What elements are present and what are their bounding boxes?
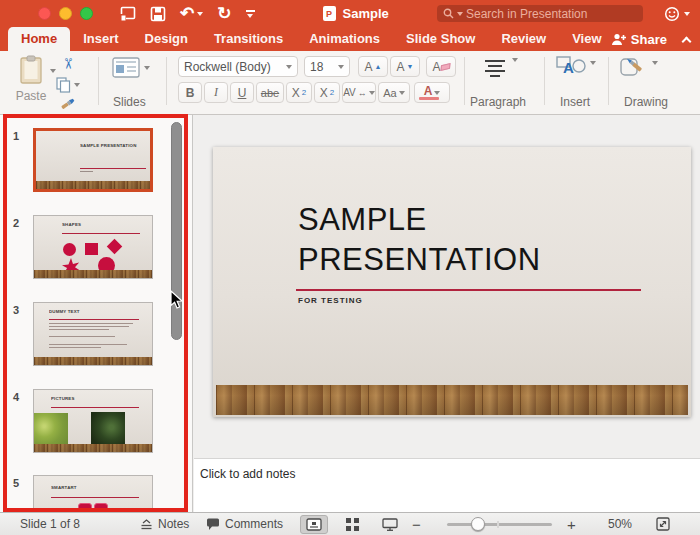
feedback-control[interactable] [664, 6, 690, 22]
slide-thumbnail-panel: 1 SAMPLE PRESENTATION 2 SHAPES 3 DUMMY T… [0, 115, 193, 512]
powerpoint-doc-icon: P [323, 6, 336, 21]
shrink-font-button[interactable]: A▼ [390, 56, 420, 77]
slide-subtitle[interactable]: FOR TESTING [298, 296, 363, 305]
new-slide-icon[interactable] [119, 6, 136, 22]
fit-slide-button[interactable] [656, 513, 670, 535]
close-window-button[interactable] [38, 7, 51, 20]
grow-font-button[interactable]: A▲ [358, 56, 388, 77]
comments-toggle[interactable]: Comments [206, 513, 283, 535]
copy-icon [56, 77, 71, 93]
tab-animations[interactable]: Animations [296, 27, 393, 51]
thumbnail-slide-5[interactable]: SMARTART [33, 475, 153, 512]
undo-caret-icon[interactable] [197, 12, 203, 16]
font-name-value: Rockwell (Body) [184, 60, 271, 74]
font-color-swatch [419, 97, 439, 100]
slides-button[interactable] [112, 57, 150, 78]
subscript-button[interactable]: X2 [314, 82, 340, 103]
format-painter-icon[interactable] [60, 97, 76, 110]
feedback-caret-icon [684, 12, 690, 16]
slide-title[interactable]: SAMPLE PRESENTATION [298, 200, 541, 280]
copy-button[interactable] [56, 77, 80, 93]
zoom-level[interactable]: 50% [608, 513, 632, 535]
collapse-ribbon-icon[interactable] [682, 36, 692, 46]
strikethrough-button[interactable]: abe [256, 82, 284, 103]
change-case-button[interactable]: Aa [378, 82, 410, 103]
zoom-in-button[interactable]: + [567, 513, 576, 535]
slide-sorter-icon [346, 518, 359, 531]
search-icon [443, 8, 454, 19]
grow-arrow-icon: ▲ [375, 63, 382, 70]
thumb-floor [34, 270, 152, 278]
add-person-icon [611, 33, 626, 46]
zoom-slider-thumb[interactable] [471, 517, 485, 531]
thumbnail-number: 3 [8, 304, 24, 316]
drawing-button[interactable] [620, 55, 658, 79]
search-box[interactable] [437, 5, 643, 22]
current-slide[interactable]: SAMPLE PRESENTATION FOR TESTING [213, 147, 691, 417]
thumb-floor [34, 357, 152, 365]
thumbnail-slide-1[interactable]: SAMPLE PRESENTATION [33, 128, 153, 192]
thumbnail-slide-4[interactable]: PICTURES [33, 389, 153, 453]
paste-label: Paste [8, 89, 54, 103]
notes-toggle[interactable]: Notes [140, 513, 189, 535]
underline-button[interactable]: U [230, 82, 254, 103]
search-input[interactable] [466, 7, 616, 21]
zoom-slider-track[interactable] [447, 523, 552, 526]
paragraph-icon [482, 58, 508, 77]
slide-show-icon [382, 518, 398, 531]
tab-home[interactable]: Home [8, 27, 70, 51]
document-name: Sample [343, 6, 389, 21]
notes-icon [140, 518, 153, 530]
redo-icon[interactable]: ↻ [217, 5, 231, 22]
tab-slide-show[interactable]: Slide Show [393, 27, 488, 51]
document-title: P Sample [323, 6, 389, 21]
zoom-slider[interactable] [447, 513, 552, 535]
tab-transitions[interactable]: Transitions [201, 27, 296, 51]
insert-label: Insert [560, 95, 590, 109]
save-icon[interactable] [150, 6, 166, 22]
normal-view-button[interactable] [300, 515, 328, 534]
status-bar: Slide 1 of 8 Notes Comments − [0, 512, 700, 535]
slides-label: Slides [113, 95, 146, 109]
bold-button[interactable]: B [178, 82, 202, 103]
clear-formatting-button[interactable]: A [426, 56, 456, 77]
minimize-window-button[interactable] [59, 7, 72, 20]
slide-sorter-view-button[interactable] [338, 515, 366, 534]
font-size-select[interactable]: 18 [304, 56, 350, 77]
tab-view[interactable]: View [559, 27, 614, 51]
thumbnail-slide-3[interactable]: DUMMY TEXT [33, 302, 153, 366]
shape-diamond [107, 239, 123, 255]
italic-button[interactable]: I [204, 82, 228, 103]
notes-placeholder[interactable]: Click to add notes [200, 467, 700, 481]
tab-insert[interactable]: Insert [70, 27, 131, 51]
slide-indicator: Slide 1 of 8 [20, 513, 80, 535]
paste-button[interactable]: Paste [8, 55, 54, 103]
thumbnail-slide-2[interactable]: SHAPES [33, 215, 153, 279]
thumbnail-number: 1 [8, 130, 24, 142]
dummy-paragraph [49, 336, 119, 339]
font-size-value: 18 [310, 60, 323, 74]
tab-design[interactable]: Design [132, 27, 201, 51]
undo-button[interactable]: ↶ [180, 5, 203, 22]
slide-wood-floor [216, 385, 688, 415]
tab-review[interactable]: Review [488, 27, 559, 51]
superscript-button[interactable]: X2 [286, 82, 312, 103]
cut-icon[interactable]: ✂ [59, 58, 77, 71]
insert-button[interactable]: A [556, 55, 596, 79]
toolbar-options-icon[interactable] [246, 10, 255, 18]
share-button[interactable]: Share [611, 32, 667, 47]
font-color-button[interactable]: A [414, 82, 450, 103]
slide-show-view-button[interactable] [376, 515, 404, 534]
zoom-window-button[interactable] [80, 7, 93, 20]
character-spacing-button[interactable]: AV↔ [342, 82, 376, 103]
slides-caret-icon [144, 66, 150, 70]
copy-caret-icon [74, 83, 80, 87]
zoom-out-button[interactable]: − [412, 513, 421, 535]
font-name-select[interactable]: Rockwell (Body) [178, 56, 298, 77]
quick-access-toolbar: ↶ ↻ [119, 5, 255, 22]
search-scope-caret-icon[interactable] [457, 12, 463, 16]
drawing-label: Drawing [624, 95, 668, 109]
paragraph-button[interactable] [482, 58, 518, 77]
spacing-arrows-icon: ↔ [358, 88, 367, 98]
notes-pane[interactable]: Click to add notes [194, 458, 700, 512]
